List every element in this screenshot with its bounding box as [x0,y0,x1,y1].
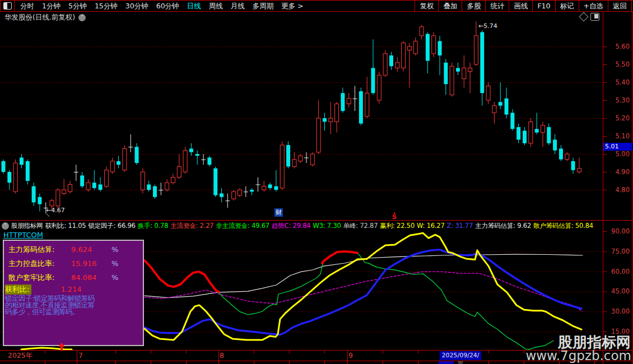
price-label-5.50: 5.50 [601,60,630,68]
indicator-field: 单峰: 72.87 [343,222,378,230]
app-window: 分时1分钟5分钟15分钟30分钟60分钟日线周线月线多周期更多 > 复权叠加多股… [0,0,633,364]
menu-item-更多 >[interactable]: 更多 > [281,1,303,11]
menu-button-复权[interactable]: 复权 [415,1,439,11]
high-price-annotation: ←5.74 [478,22,497,30]
indicator-brand: 股朋指标网 [11,222,43,230]
top-menu-bar: 分时1分钟5分钟15分钟30分钟60分钟日线周线月线多周期更多 > 复权叠加多股… [0,0,633,12]
info-row: 散户套牢比率: 84.084 % [8,273,143,283]
menu-button-统计[interactable]: 统计 [486,1,509,11]
info-box-url[interactable]: HTTPTCOM [3,231,43,239]
menu-button-多股[interactable]: 多股 [462,1,486,11]
indicator-header: ˅ 股朋指标网 获利比: 11.05锁定因子: 66.96换手: 0.78主流资… [2,221,602,230]
price-label-5.20: 5.20 [601,114,630,122]
window-pane-icon-button[interactable] [0,1,15,11]
current-price-tag: 5.01 [603,143,632,151]
menu-button-返回[interactable]: 返回 [608,1,631,11]
menu-button-叠加[interactable]: 叠加 [439,1,462,11]
menu-item-30分钟[interactable]: 30分钟 [125,1,148,11]
indicator-field: Z: 31.77 [447,222,473,230]
menu-item-1分钟[interactable]: 1分钟 [42,1,60,11]
price-label-5.60: 5.60 [601,43,630,50]
indicator-label-45.00: 45.00 [601,287,630,295]
menu-item-15分钟[interactable]: 15分钟 [95,1,118,11]
price-label-5.00: 5.00 [601,150,630,158]
indicator-field: W3: 7.30 [313,222,341,230]
indicator-label-90.00: 90.00 [601,227,630,235]
watermark-url: www.7gpzb.com [525,348,631,363]
menu-item-5分钟[interactable]: 5分钟 [68,1,87,11]
indicator-field: W: 16.27 [417,222,445,230]
low-price-annotation: ←4.67 [46,207,65,214]
tool-menu: 复权叠加多股统计画线F10标记+自选返回 [415,1,632,11]
sell-signal-marker: ▴S [392,211,397,220]
title-bar: 华发股份(日线.前复权) ˅ [0,12,599,22]
collapse-chevron-icon[interactable]: ˅ [2,222,9,230]
buy-arrow-icon [57,343,66,351]
indicator-field: 换手: 0.78 [138,222,169,230]
info-row: 主力筹码估算: 9.624 % [8,245,143,255]
indicator-label-60.00: 60.00 [601,268,630,276]
indicator-field: 锁定因子: 66.96 [88,222,135,230]
pane-icon [3,2,12,10]
menu-button-画线[interactable]: 画线 [509,1,533,11]
menu-button-F10[interactable]: F10 [533,1,555,11]
finance-report-marker[interactable]: 财 [274,208,283,217]
menu-item-60分钟[interactable]: 60分钟 [156,1,179,11]
time-label-9: 9 [348,351,353,360]
price-label-5.40: 5.40 [601,78,630,86]
price-label-4.90: 4.90 [601,168,630,176]
info-row: 主力控盘比率: 15.916 % [8,259,143,269]
menu-item-多周期[interactable]: 多周期 [253,1,274,11]
indicator-info-box: 主力筹码估算: 9.624 % 主力控盘比率: 15.916 % 散户套牢比率:… [3,240,144,346]
info-row: 获利比: 1.214 [5,284,143,295]
menu-item-周线[interactable]: 周线 [209,1,223,11]
menu-button-+自选[interactable]: +自选 [579,1,608,11]
menu-item-分时[interactable]: 分时 [20,1,34,11]
price-label-5.30: 5.30 [601,96,630,104]
indicator-field: 获利比: 11.05 [45,222,86,230]
date-tag-stub [439,361,454,364]
indicator-description: 锁定因子:锁定筹码和解锁筹码 的相对速度.不直接监测锁定筹 码多少，但可监测筹码… [5,295,143,315]
selected-date-tag: 2025/09/24/三 [440,351,481,360]
time-label-8: 8 [220,351,224,360]
panel-divider-line [0,220,633,221]
indicator-field: 主流资金: 2.27 [170,222,213,230]
indicator-field: 散户筹码估算: 50.84 [533,222,593,230]
menu-item-日线[interactable]: 日线 [187,1,201,11]
indicator-field: 赢利: 22.50 [380,222,415,230]
time-label-7: 7 [78,351,83,360]
menu-button-标记[interactable]: 标记 [556,1,579,11]
price-label-5.10: 5.10 [601,132,630,140]
indicator-label-30.00: 30.00 [601,307,630,315]
indicator-field: 趋势C: 29.84 [272,222,310,230]
indicator-label-75.00: 75.00 [601,248,630,255]
price-label-4.80: 4.80 [601,186,630,194]
indicator-field: 主力筹码估算: 9.62 [475,222,531,230]
period-menu: 分时1分钟5分钟15分钟30分钟60分钟日线周线月线多周期更多 > [20,1,415,11]
time-label-2025年: 2025年 [8,351,32,361]
right-border [632,0,632,364]
indicator-field: 非主流资金: 49.67 [216,222,269,230]
menu-item-月线[interactable]: 月线 [231,1,245,11]
chevron-down-icon[interactable]: ˅ [78,14,86,21]
page-title: 华发股份(日线.前复权) [4,13,75,22]
